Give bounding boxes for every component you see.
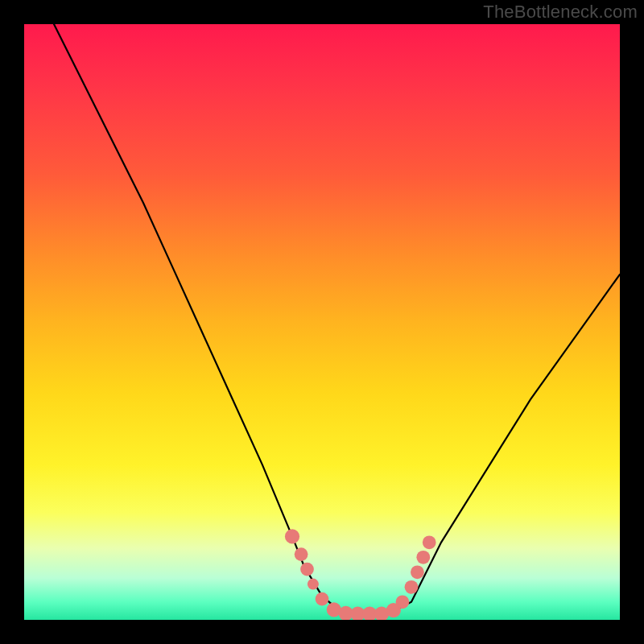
marker-dot [423, 535, 436, 549]
marker-dot [396, 595, 410, 609]
marker-dot [416, 551, 430, 564]
marker-dot [316, 592, 329, 606]
chart-frame: TheBottleneck.com [0, 0, 644, 644]
marker-dot [405, 580, 419, 594]
marker-dot [295, 547, 308, 561]
marker-dot [300, 563, 314, 576]
watermark-text: TheBottleneck.com [483, 2, 638, 23]
plot-area [24, 24, 620, 620]
marker-dot [411, 565, 424, 579]
chart-svg [24, 24, 620, 620]
highlight-markers [285, 529, 436, 620]
bottleneck-curve [54, 24, 620, 614]
marker-dot [308, 579, 319, 590]
marker-dot [285, 529, 299, 543]
